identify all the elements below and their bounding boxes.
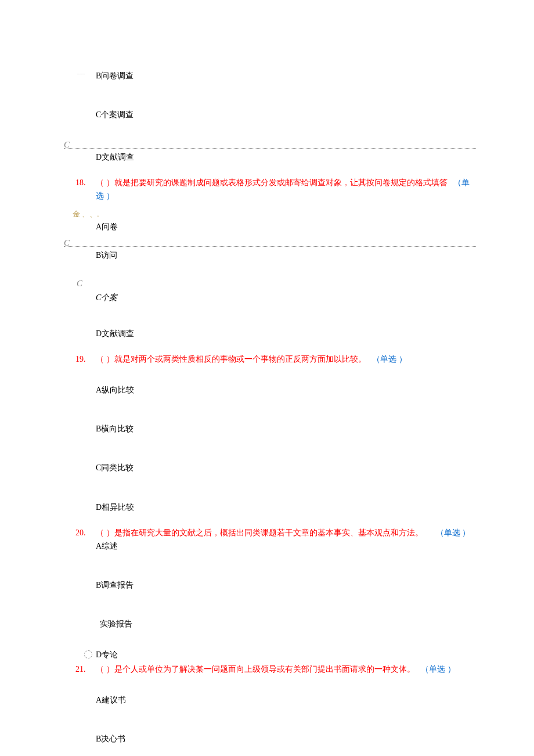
- option-text: 实验报告: [100, 620, 132, 628]
- q18-option-D: D文献调查: [75, 327, 470, 340]
- q19-option-B: B横向比较: [75, 423, 470, 435]
- option-text: B横向比较: [96, 424, 134, 433]
- q19-option-A: A纵向比较: [75, 384, 470, 397]
- prev-option-D: D文献调查: [75, 151, 470, 164]
- q18-option-B: B访问: [75, 249, 470, 262]
- question-number: 21.: [75, 663, 96, 676]
- document-page: ┈┈ B问卷调查 C个案调查 C D文献调查 18. （ ）就是把要研究的课题制…: [0, 0, 534, 756]
- prev-option-B: ┈┈ B问卷调查: [75, 70, 470, 82]
- option-text: C同类比较: [96, 463, 134, 472]
- q19-option-D: D相异比较: [75, 501, 470, 514]
- q18-option-C: C个案: [75, 291, 470, 304]
- question-19: 19. （ ）就是对两个或两类性质相反的事物或一个事物的正反两方面加以比较。 （…: [75, 353, 470, 366]
- option-text: D文献调查: [96, 153, 134, 161]
- q20-option-D: D专论: [75, 649, 470, 661]
- question-18: 18. （ ）就是把要研究的课题制成问题或表格形式分发或邮寄给调查对象，让其按问…: [75, 177, 470, 203]
- option-text: A综述: [96, 542, 118, 550]
- margin-annotation-C: C: [64, 138, 70, 152]
- margin-gold-text: 金 、、.: [73, 208, 470, 221]
- option-text: D相异比较: [96, 503, 134, 512]
- q21-option-B: B决心书: [75, 733, 470, 746]
- q18-option-A: A问卷: [75, 221, 470, 233]
- question-number: 19.: [75, 353, 96, 366]
- question-stem: （ ）就是对两个或两类性质相反的事物或一个事物的正反两方面加以比较。: [96, 355, 366, 363]
- option-text: C个案调查: [96, 110, 134, 119]
- q20-option-A: A综述: [75, 540, 470, 553]
- question-type-tag: （单选 ）: [372, 355, 407, 363]
- question-stem: （ ）是指在研究大量的文献之后，概括出同类课题若干文章的基本事实、基本观点和方法…: [96, 528, 423, 537]
- question-21: 21. （ ）是个人或单位为了解决某一问题而向上级领导或有关部门提出书面请求的一…: [75, 663, 470, 676]
- margin-annotation-line: C: [64, 148, 476, 149]
- q21-option-A: A建议书: [75, 694, 470, 707]
- q20-option-C: 实验报告: [75, 618, 470, 631]
- option-text: A问卷: [96, 222, 118, 231]
- question-number: 20.: [75, 527, 96, 539]
- option-text: A建议书: [96, 696, 126, 704]
- option-text: B访问: [96, 251, 117, 260]
- option-text: D文献调查: [96, 329, 134, 338]
- option-text: C个案: [96, 293, 117, 302]
- question-type-tag: （单选 ）: [421, 665, 456, 674]
- question-type-tag: （单选 ）: [436, 527, 471, 539]
- ellipsis-prefix: ┈┈: [77, 70, 85, 79]
- margin-annotation-C: C: [64, 236, 70, 250]
- option-text: A纵向比较: [96, 386, 134, 394]
- radio-icon[interactable]: [84, 650, 92, 658]
- q20-option-B: B调查报告: [75, 579, 470, 592]
- question-number: 18.: [75, 177, 96, 203]
- prev-option-C: C个案调查: [75, 109, 470, 121]
- margin-annotation-line: C: [64, 246, 476, 247]
- question-20: 20. （ ）是指在研究大量的文献之后，概括出同类课题若干文章的基本事实、基本观…: [75, 527, 470, 539]
- q19-option-C: C同类比较: [75, 462, 470, 474]
- option-text: B调查报告: [96, 581, 134, 589]
- option-text: B问卷调查: [96, 71, 134, 80]
- option-text: B决心书: [96, 735, 125, 743]
- question-stem: （ ）是个人或单位为了解决某一问题而向上级领导或有关部门提出书面请求的一种文体。: [96, 665, 415, 674]
- question-stem: （ ）就是把要研究的课题制成问题或表格形式分发或邮寄给调查对象，让其按问卷规定的…: [96, 178, 448, 187]
- margin-annotation-C: C: [77, 276, 470, 290]
- option-text: D专论: [96, 650, 118, 659]
